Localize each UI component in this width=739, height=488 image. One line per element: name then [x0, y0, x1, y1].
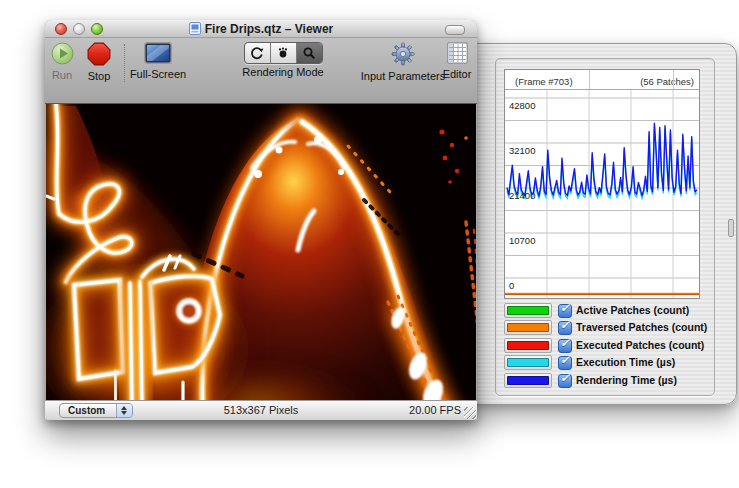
- toolbar-separator: [124, 44, 125, 82]
- rendering-mode-reload-segment[interactable]: [245, 43, 270, 63]
- fullscreen-button[interactable]: Full-Screen: [127, 42, 189, 80]
- check-icon: ✓: [560, 371, 570, 385]
- series-color-swatch: [507, 341, 549, 350]
- series-label: Execution Time (µs): [576, 356, 675, 368]
- y-axis-tick: 10700: [509, 235, 535, 246]
- color-well[interactable]: [504, 320, 552, 335]
- series-checkbox[interactable]: ✓: [558, 356, 572, 370]
- rendering-mode-control: Rendering Mode: [235, 42, 331, 78]
- series-color-swatch: [507, 358, 549, 367]
- toolbar: Run Stop Full-Screen: [45, 38, 477, 104]
- stop-label: Stop: [81, 70, 117, 82]
- frame-counter: (Frame #703): [515, 76, 573, 87]
- y-axis-tick: 32100: [509, 145, 535, 156]
- legend: ✓ Active Patches (count) ✓ Traversed Pat…: [496, 302, 714, 389]
- fullscreen-label: Full-Screen: [127, 68, 189, 80]
- y-axis-tick: 42800: [509, 100, 535, 111]
- legend-row: ✓ Rendering Time (µs): [496, 372, 714, 389]
- y-axis-tick: 0: [509, 280, 514, 291]
- editor-label: Editor: [435, 68, 479, 80]
- particle-segment-icon: [276, 46, 290, 60]
- gear-icon: [391, 42, 415, 66]
- check-icon: ✓: [560, 353, 570, 367]
- series-checkbox[interactable]: ✓: [558, 339, 572, 353]
- fire-render: [46, 104, 476, 420]
- y-axis-tick: 21400: [509, 190, 535, 201]
- series-checkbox[interactable]: ✓: [558, 374, 572, 388]
- series-color-swatch: [507, 306, 549, 315]
- window-resize-grip[interactable]: [464, 407, 476, 419]
- color-well[interactable]: [504, 373, 552, 388]
- series-label: Traversed Patches (count): [576, 321, 707, 333]
- title-area: Fire Drips.qtz – Viewer: [45, 22, 477, 36]
- legend-row: ✓ Active Patches (count): [496, 302, 714, 319]
- series-label: Executed Patches (count): [576, 339, 704, 351]
- status-bar: Custom 513x367 Pixels 20.00 FPS: [45, 400, 477, 420]
- stop-octagon-icon: [87, 42, 111, 66]
- play-icon: [51, 42, 74, 65]
- color-well[interactable]: [504, 355, 552, 370]
- run-label: Run: [47, 69, 77, 81]
- reload-segment-icon: [250, 46, 264, 60]
- toolbar-toggle-pill[interactable]: [445, 25, 465, 35]
- check-icon: ✓: [560, 318, 570, 332]
- composition-viewport[interactable]: [46, 104, 476, 420]
- stop-button[interactable]: Stop: [81, 42, 117, 82]
- series-label: Rendering Time (µs): [576, 374, 677, 386]
- run-button[interactable]: Run: [47, 42, 77, 81]
- series-checkbox[interactable]: ✓: [558, 304, 572, 318]
- legend-row: ✓ Traversed Patches (count): [496, 319, 714, 336]
- screen-icon: [144, 42, 172, 64]
- legend-row: ✓ Execution Time (µs): [496, 354, 714, 371]
- legend-row: ✓ Executed Patches (count): [496, 337, 714, 354]
- stats-group: (Frame #703) (56 Patches) 42800321002140…: [495, 58, 715, 396]
- performance-graph: (Frame #703) (56 Patches) 42800321002140…: [504, 69, 700, 299]
- title-bar[interactable]: Fire Drips.qtz – Viewer: [45, 20, 477, 38]
- series-color-swatch: [507, 323, 549, 332]
- header-divider: [589, 70, 590, 89]
- stats-drawer: (Frame #703) (56 Patches) 42800321002140…: [468, 43, 737, 405]
- editor-button[interactable]: Editor: [435, 42, 479, 80]
- rendering-mode-particle-segment[interactable]: [270, 43, 296, 63]
- spreadsheet-icon: [447, 42, 468, 64]
- check-icon: ✓: [560, 336, 570, 350]
- series-checkbox[interactable]: ✓: [558, 321, 572, 335]
- fps-readout: 20.00 FPS: [409, 404, 461, 416]
- check-icon: ✓: [560, 301, 570, 315]
- viewer-window: Fire Drips.qtz – Viewer Run Stop: [45, 20, 477, 420]
- rendering-mode-segmented: [244, 42, 323, 64]
- desktop: (Frame #703) (56 Patches) 42800321002140…: [0, 0, 739, 488]
- color-well[interactable]: [504, 338, 552, 353]
- color-well[interactable]: [504, 303, 552, 318]
- rendering-mode-magnifier-segment[interactable]: [296, 43, 322, 63]
- drawer-resize-handle[interactable]: [728, 219, 734, 237]
- patch-counter: (56 Patches): [640, 76, 694, 87]
- rendering-mode-label: Rendering Mode: [235, 66, 331, 78]
- plot-area: 428003210021400107000: [505, 90, 699, 298]
- document-icon: [189, 22, 201, 35]
- graph-header: (Frame #703) (56 Patches): [505, 70, 699, 90]
- window-title: Fire Drips.qtz – Viewer: [205, 22, 334, 36]
- series-label: Active Patches (count): [576, 304, 689, 316]
- magnifier-segment-icon: [302, 46, 316, 60]
- header-divider: [673, 70, 674, 89]
- series-color-swatch: [507, 376, 549, 385]
